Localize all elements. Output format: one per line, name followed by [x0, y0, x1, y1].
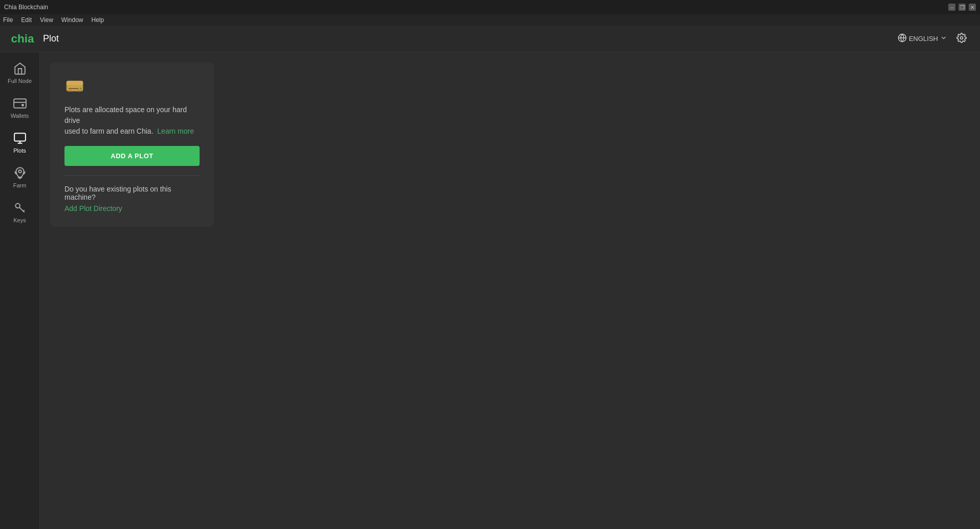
sidebar-label-plots: Plots: [13, 147, 26, 154]
hard-drive-icon: [64, 77, 85, 95]
existing-plots-section: Do you have existing plots on this machi…: [64, 185, 200, 213]
title-bar: Chia Blockchain – ❐ ✕: [0, 0, 980, 14]
top-bar: chia Plot ENGLISH: [0, 26, 980, 52]
menu-view[interactable]: View: [40, 16, 53, 24]
home-icon: [13, 61, 27, 76]
sidebar-label-keys: Keys: [13, 217, 26, 223]
menu-bar: File Edit View Window Help: [0, 14, 980, 26]
menu-window[interactable]: Window: [61, 16, 83, 24]
settings-button[interactable]: [953, 31, 970, 47]
card-divider: [64, 175, 200, 176]
svg-point-13: [15, 203, 20, 208]
sidebar-label-wallets: Wallets: [11, 113, 29, 119]
gear-icon: [956, 33, 967, 45]
menu-edit[interactable]: Edit: [21, 16, 32, 24]
add-plot-button[interactable]: ADD A PLOT: [64, 146, 200, 166]
sidebar: Full Node Wallets: [0, 52, 40, 529]
app-container: chia Plot ENGLISH: [0, 26, 980, 529]
chia-logo: chia: [10, 31, 35, 47]
window-controls: – ❐ ✕: [948, 4, 976, 11]
restore-button[interactable]: ❐: [959, 4, 966, 11]
svg-line-15: [23, 210, 24, 211]
chevron-down-icon: [940, 34, 947, 43]
plot-description: Plots are allocated space on your hard d…: [64, 104, 200, 137]
sidebar-item-plots[interactable]: Plots: [2, 126, 38, 159]
farm-icon: [13, 166, 27, 180]
window-title: Chia Blockchain: [4, 4, 48, 11]
top-bar-right: ENGLISH: [898, 31, 970, 47]
sidebar-item-keys[interactable]: Keys: [2, 196, 38, 228]
description-text: Plots are allocated space on your hard d…: [64, 105, 194, 135]
plot-card: Plots are allocated space on your hard d…: [50, 62, 214, 227]
svg-point-3: [961, 37, 963, 39]
globe-icon: [898, 33, 907, 44]
sidebar-label-full-node: Full Node: [8, 78, 32, 84]
svg-rect-20: [69, 90, 72, 92]
svg-rect-4: [14, 99, 26, 108]
svg-rect-21: [78, 90, 81, 92]
svg-line-14: [19, 207, 24, 213]
svg-rect-18: [69, 88, 79, 89]
content-area: Full Node Wallets: [0, 52, 980, 529]
svg-point-19: [80, 88, 82, 90]
sidebar-item-full-node[interactable]: Full Node: [2, 56, 38, 89]
minimize-button[interactable]: –: [948, 4, 955, 11]
main-content: Plots are allocated space on your hard d…: [40, 52, 980, 529]
top-bar-left: chia Plot: [10, 31, 59, 47]
close-button[interactable]: ✕: [969, 4, 976, 11]
page-title: Plot: [43, 33, 59, 44]
sidebar-item-farm[interactable]: Farm: [2, 161, 38, 194]
svg-rect-17: [67, 81, 83, 85]
sidebar-item-wallets[interactable]: Wallets: [2, 91, 38, 124]
existing-plots-text: Do you have existing plots on this machi…: [64, 185, 200, 201]
language-selector[interactable]: ENGLISH: [898, 33, 947, 44]
plots-icon: [13, 131, 27, 145]
svg-point-6: [21, 104, 23, 106]
learn-more-link[interactable]: Learn more: [157, 127, 194, 135]
sidebar-label-farm: Farm: [13, 182, 27, 188]
add-plot-directory-link[interactable]: Add Plot Directory: [64, 204, 200, 213]
keys-icon: [13, 201, 27, 215]
language-label: ENGLISH: [909, 35, 938, 43]
wallet-icon: [13, 96, 27, 111]
menu-file[interactable]: File: [3, 16, 13, 24]
svg-point-10: [18, 170, 21, 173]
svg-text:chia: chia: [11, 32, 34, 45]
menu-help[interactable]: Help: [92, 16, 104, 24]
svg-rect-7: [14, 133, 26, 141]
